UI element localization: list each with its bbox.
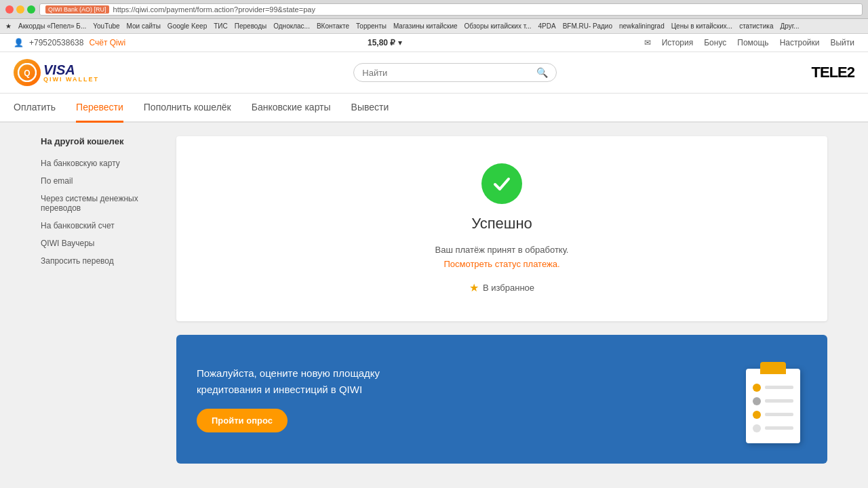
- maximize-button[interactable]: [27, 5, 35, 14]
- bookmark-13[interactable]: newkaliningrad: [619, 22, 665, 30]
- favorite-label: В избранное: [483, 283, 534, 293]
- sidebar-item-request[interactable]: Запросить перевод: [41, 252, 163, 270]
- bookmark-2[interactable]: Мои сайты: [127, 22, 161, 30]
- bookmark-9[interactable]: Магазины китайские: [393, 22, 458, 30]
- top-nav-links: ✉ История Бонус Помощь Настройки Выйти: [644, 38, 854, 47]
- success-desc-line2[interactable]: Посмотреть статус платежа.: [190, 258, 814, 272]
- balance-area: 15,80 ₽ ▾: [368, 38, 402, 47]
- sidebar: На другой кошелек На банковскую карту По…: [41, 136, 163, 464]
- history-link[interactable]: История: [662, 38, 694, 47]
- checkmark-svg: [490, 172, 513, 195]
- site-badge: QIWI Bank (AO) [RU]: [45, 5, 109, 14]
- clipboard-row-2: [746, 394, 800, 408]
- line-bar-1: [765, 386, 793, 389]
- bookmark-6[interactable]: Одноклас...: [273, 22, 310, 30]
- sidebar-item-transfers[interactable]: Через системы денежных переводов: [41, 190, 163, 217]
- check-circle-1: [753, 384, 761, 392]
- line-bar-3: [765, 413, 793, 416]
- sidebar-item-email[interactable]: По email: [41, 172, 163, 190]
- qiwi-logo[interactable]: Q VISA QIWI WALLET: [14, 59, 99, 86]
- sidebar-item-bank-account[interactable]: На банковский счет: [41, 217, 163, 235]
- bookmark-16[interactable]: Друг...: [780, 22, 799, 30]
- banner-content: Пожалуйста, оцените новую площадку креди…: [197, 365, 387, 432]
- tele2-logo: TELE2: [812, 64, 854, 81]
- bookmark-7[interactable]: ВКонтакте: [317, 22, 349, 30]
- line-bar-4: [765, 426, 793, 430]
- balance-dropdown-icon[interactable]: ▾: [398, 38, 402, 47]
- bookmark-5[interactable]: Переводы: [235, 22, 267, 30]
- bonus-link[interactable]: Бонус: [704, 38, 726, 47]
- balance-amount: 15,80 ₽: [368, 38, 395, 47]
- bookmark-14[interactable]: Цены в китайских...: [671, 22, 732, 30]
- user-info: 👤 +79520538638 Счёт Qiwi: [14, 38, 125, 47]
- check-circle-4: [753, 424, 761, 432]
- clipboard-row-4: [746, 422, 800, 435]
- visa-text: VISA: [43, 63, 99, 77]
- success-title: Успешно: [190, 215, 814, 232]
- search-bar[interactable]: 🔍: [353, 63, 557, 82]
- check-circle-2: [753, 397, 761, 405]
- star-icon: ★: [469, 281, 479, 294]
- clipboard-clip: [760, 362, 786, 374]
- settings-link[interactable]: Настройки: [780, 38, 820, 47]
- close-button[interactable]: [5, 5, 14, 14]
- bookmarks-bar: ★ Аккорды «Пепел» Б... YouTube Мои сайты…: [0, 19, 868, 34]
- success-icon: [481, 163, 522, 204]
- content-wrapper: На другой кошелек На банковскую карту По…: [27, 123, 841, 477]
- logout-link[interactable]: Выйти: [830, 38, 854, 47]
- nav-bar: Оплатить Перевести Пополнить кошелёк Бан…: [0, 94, 868, 123]
- success-description: Ваш платёж принят в обработку. Посмотрет…: [190, 243, 814, 272]
- survey-button[interactable]: Пройти опрос: [197, 409, 288, 432]
- bookmark-item[interactable]: ★: [5, 22, 12, 30]
- account-label[interactable]: Счёт Qiwi: [89, 38, 125, 47]
- clipboard-body: [746, 369, 800, 443]
- main-content: Успешно Ваш платёж принят в обработку. П…: [176, 136, 827, 464]
- banner-text: Пожалуйста, оцените новую площадку креди…: [197, 365, 387, 398]
- bookmark-1[interactable]: YouTube: [93, 22, 119, 30]
- url-text: https://qiwi.com/payment/form.action?pro…: [113, 5, 315, 14]
- bookmark-0[interactable]: Аккорды «Пепел» Б...: [18, 22, 86, 30]
- search-input[interactable]: [362, 68, 536, 78]
- bookmark-8[interactable]: Торренты: [356, 22, 387, 30]
- clipboard-illustration: [739, 355, 807, 443]
- success-card: Успешно Ваш платёж принят в обработку. П…: [176, 136, 827, 321]
- favorite-button[interactable]: ★ В избранное: [469, 281, 534, 294]
- sidebar-item-vouchers[interactable]: QIWI Ваучеры: [41, 235, 163, 252]
- sidebar-title: На другой кошелек: [41, 136, 163, 146]
- logo-icon: Q: [14, 59, 41, 86]
- window-controls: [5, 5, 35, 14]
- success-desc-line1: Ваш платёж принят в обработку.: [190, 243, 814, 258]
- clipboard-row-3: [746, 408, 800, 422]
- svg-text:Q: Q: [24, 68, 30, 78]
- bookmark-12[interactable]: BFM.RU- Радио: [563, 22, 612, 30]
- browser-chrome: QIWI Bank (AO) [RU] https://qiwi.com/pay…: [0, 0, 868, 19]
- main-header: Q VISA QIWI WALLET 🔍 TELE2: [0, 52, 868, 94]
- envelope-icon: ✉: [644, 38, 651, 47]
- user-icon: 👤: [14, 38, 24, 47]
- nav-vyvesti[interactable]: Вывести: [351, 94, 389, 123]
- top-header: 👤 +79520538638 Счёт Qiwi 15,80 ₽ ▾ ✉ Ист…: [0, 34, 868, 52]
- nav-popolnit[interactable]: Пополнить кошелёк: [144, 94, 231, 123]
- nav-bank-cards[interactable]: Банковские карты: [252, 94, 331, 123]
- check-circle-3: [753, 411, 761, 419]
- search-icon[interactable]: 🔍: [536, 67, 548, 78]
- nav-oplatit[interactable]: Оплатить: [14, 94, 56, 123]
- minimize-button[interactable]: [16, 5, 24, 14]
- banner-card: Пожалуйста, оцените новую площадку креди…: [176, 335, 827, 464]
- address-bar[interactable]: QIWI Bank (AO) [RU] https://qiwi.com/pay…: [39, 3, 863, 16]
- qiwi-text: QIWI WALLET: [43, 77, 99, 83]
- nav-perevesti[interactable]: Перевести: [76, 94, 123, 123]
- bookmark-15[interactable]: статистика: [739, 22, 773, 30]
- bookmark-3[interactable]: Google Keep: [167, 22, 207, 30]
- qiwi-logo-svg: Q: [18, 63, 37, 82]
- bookmark-4[interactable]: ТИС: [214, 22, 228, 30]
- phone-number: +79520538638: [29, 38, 83, 47]
- line-bar-2: [765, 399, 793, 403]
- sidebar-item-bank-card[interactable]: На банковскую карту: [41, 155, 163, 172]
- bookmark-10[interactable]: Обзоры китайских т...: [465, 22, 532, 30]
- bookmark-11[interactable]: 4PDA: [538, 22, 556, 30]
- help-link[interactable]: Помощь: [737, 38, 768, 47]
